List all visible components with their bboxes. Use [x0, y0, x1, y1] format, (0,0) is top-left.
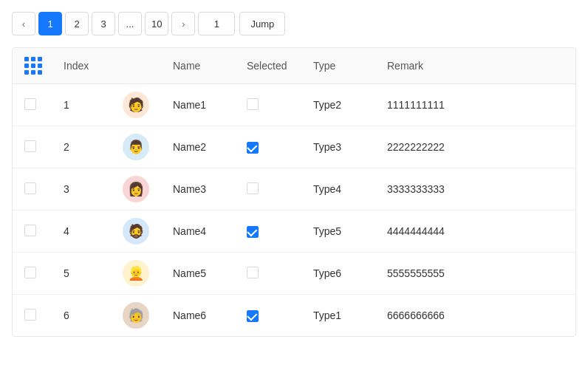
grid-dot	[24, 70, 29, 75]
row-selected-checkbox[interactable]	[247, 310, 259, 322]
row-index: 6	[52, 295, 111, 337]
row-selected-checkbox[interactable]	[247, 142, 259, 154]
table-row: 5👱Name5Type65555555555	[13, 253, 575, 295]
col-name-header: Name	[161, 48, 235, 84]
page-ellipsis: ...	[118, 12, 142, 35]
page-button-1[interactable]: 1	[38, 12, 62, 35]
table-row: 2👨Name2Type32222222222	[13, 126, 575, 168]
row-selected-checkbox[interactable]	[247, 98, 259, 110]
col-selected-header: Selected	[235, 48, 301, 84]
row-remark: 1111111111	[375, 84, 575, 126]
page-button-2[interactable]: 2	[65, 12, 89, 35]
data-table: Index Name Selected Type Remark 1🧑Name1T…	[13, 48, 575, 336]
table-body: 1🧑Name1Type211111111112👨Name2Type3222222…	[13, 84, 575, 337]
row-checkbox[interactable]	[24, 182, 36, 194]
page-button-10[interactable]: 10	[145, 12, 168, 35]
row-name: Name1	[161, 84, 235, 126]
row-remark: 3333333333	[375, 168, 575, 211]
row-remark: 2222222222	[375, 126, 575, 168]
grid-dot	[38, 57, 42, 61]
grid-dot	[31, 57, 35, 61]
grid-dot	[38, 64, 42, 68]
table-container: Index Name Selected Type Remark 1🧑Name1T…	[12, 47, 576, 337]
grid-dot	[31, 70, 35, 75]
row-selected-checkbox[interactable]	[247, 226, 259, 238]
table-row: 4🧔Name4Type54444444444	[13, 211, 575, 253]
row-remark: 4444444444	[375, 211, 575, 253]
col-type-header: Type	[301, 48, 375, 84]
row-remark: 6666666666	[375, 295, 575, 337]
row-index: 3	[52, 168, 111, 211]
row-avatar: 🧑	[123, 92, 149, 118]
grid-dot	[24, 57, 29, 61]
page-button-3[interactable]: 3	[92, 12, 115, 35]
row-name: Name4	[161, 211, 235, 253]
row-name: Name6	[161, 295, 235, 337]
row-avatar: 👩	[123, 176, 149, 202]
next-page-button[interactable]: ›	[171, 12, 195, 35]
row-index: 4	[52, 211, 111, 253]
row-name: Name2	[161, 126, 235, 168]
row-type: Type5	[301, 211, 375, 253]
row-avatar: 👨	[123, 134, 149, 160]
row-type: Type4	[301, 168, 375, 211]
grid-dot	[38, 70, 42, 75]
table-row: 1🧑Name1Type21111111111	[13, 84, 575, 126]
row-checkbox[interactable]	[24, 309, 36, 321]
col-index-header: Index	[52, 48, 111, 84]
grid-dot	[24, 64, 29, 68]
jump-input-wrapper: Jump	[198, 12, 285, 35]
row-index: 5	[52, 253, 111, 295]
row-selected-checkbox[interactable]	[247, 182, 259, 194]
row-name: Name5	[161, 253, 235, 295]
row-remark: 5555555555	[375, 253, 575, 295]
row-avatar: 🧔	[123, 218, 149, 244]
prev-page-button[interactable]: ‹	[12, 12, 35, 35]
row-checkbox[interactable]	[24, 98, 36, 110]
table-row: 3👩Name3Type43333333333	[13, 168, 575, 211]
col-grid-header	[13, 48, 52, 84]
row-type: Type1	[301, 295, 375, 337]
row-type: Type2	[301, 84, 375, 126]
row-checkbox[interactable]	[24, 140, 36, 152]
row-name: Name3	[161, 168, 235, 211]
row-type: Type3	[301, 126, 375, 168]
table-header-row: Index Name Selected Type Remark	[13, 48, 575, 84]
jump-button[interactable]: Jump	[239, 12, 285, 35]
col-avatar-header	[111, 48, 161, 84]
row-checkbox[interactable]	[24, 267, 36, 278]
pagination: ‹ 1 2 3 ... 10 › Jump	[12, 12, 576, 35]
row-avatar: 👱	[123, 260, 149, 287]
jump-page-input[interactable]	[198, 12, 235, 35]
row-index: 1	[52, 84, 111, 126]
row-selected-checkbox[interactable]	[247, 267, 259, 278]
page-wrapper: ‹ 1 2 3 ... 10 › Jump	[0, 0, 588, 349]
grid-dot	[31, 64, 35, 68]
grid-icon	[24, 57, 40, 75]
row-checkbox[interactable]	[24, 225, 36, 236]
row-index: 2	[52, 126, 111, 168]
col-remark-header: Remark	[375, 48, 575, 84]
row-avatar: 🧓	[123, 302, 149, 329]
row-type: Type6	[301, 253, 375, 295]
table-row: 6🧓Name6Type16666666666	[13, 295, 575, 337]
